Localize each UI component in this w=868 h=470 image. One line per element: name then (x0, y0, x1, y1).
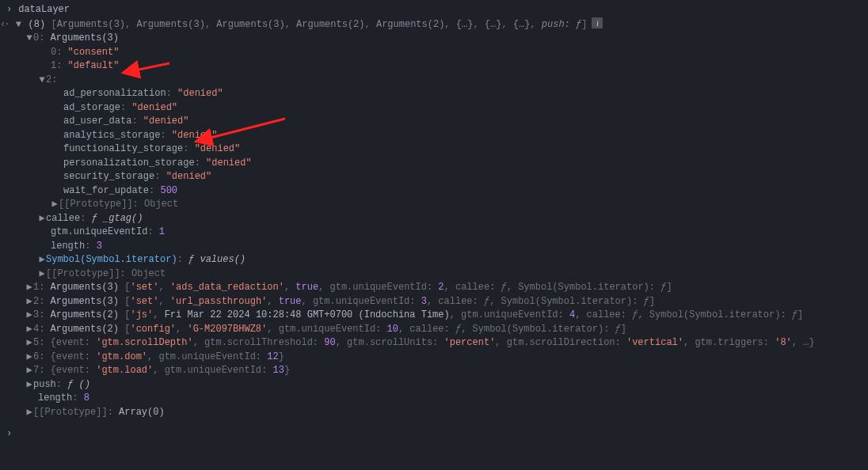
expand-arrow-icon[interactable]: ▶ (25, 336, 33, 351)
length: length: 8 (0, 392, 868, 406)
expand-arrow-icon[interactable]: ▶ (25, 323, 33, 337)
iter[interactable]: ▶Symbol(Symbol.iterator): ƒ values() (0, 253, 868, 267)
row-2[interactable]: ▶2: Arguments(3) ['set', 'url_passthroug… (0, 295, 868, 309)
expand-arrow-icon[interactable]: ▶ (25, 364, 33, 378)
val-functionality_storage: "denied" (195, 143, 241, 154)
console-prompt-icon[interactable]: › (6, 428, 12, 439)
obj2-functionality_storage: functionality_storage: "denied" (0, 142, 868, 157)
expand-arrow-icon[interactable]: ▼ (14, 18, 22, 32)
expand-arrow-icon[interactable]: ▶ (25, 406, 33, 420)
expand-arrow-icon[interactable]: ▶ (38, 212, 46, 226)
obj2-ad_user_data: ad_user_data: "denied" (0, 115, 868, 129)
row-1[interactable]: ▶1: Arguments(3) ['set', 'ads_data_redac… (0, 281, 868, 295)
args-type: Arguments(3) (51, 32, 119, 44)
consent-value: "consent" (68, 47, 120, 58)
row-7[interactable]: ▶7: {event: 'gtm.load', gtm.uniqueEventI… (0, 364, 868, 378)
obj2-wait_for_update: wait_for_update: 500 (0, 184, 868, 199)
cmd-row: ›dataLayer (0, 3, 868, 17)
iter-fn: ƒ values() (188, 254, 246, 265)
val-ad_storage: "denied" (131, 102, 177, 113)
row-3[interactable]: ▶3: Arguments(2) ['js', Fri Mar 22 2024 … (0, 309, 868, 323)
expand-arrow-icon[interactable]: ▼ (25, 32, 33, 46)
args-proto: [[Prototype]]: Object (46, 268, 166, 279)
uid: 1 (159, 226, 165, 237)
push[interactable]: ▶push: ƒ () (0, 378, 868, 392)
prop-security_storage: security_storage (63, 171, 154, 182)
args-length: length: 3 (0, 240, 868, 254)
expand-arrow-icon[interactable]: ▼ (38, 74, 46, 88)
prop-analytics_storage: analytics_storage (63, 130, 160, 141)
row-5[interactable]: ▶5: {event: 'gtm.scrollDepth', gtm.scrol… (0, 336, 868, 351)
prop-ad_storage: ad_storage (63, 102, 120, 113)
val-analytics_storage: "denied" (172, 130, 218, 141)
array-proto[interactable]: ▶[[Prototype]]: Array(0) (0, 406, 868, 420)
val-ad_personalization: "denied" (177, 88, 223, 99)
expand-arrow-icon[interactable]: ▶ (38, 267, 46, 282)
val-wait_for_update: 500 (160, 185, 177, 196)
expand-arrow-icon[interactable]: ▶ (25, 295, 33, 309)
obj2-analytics_storage: analytics_storage: "denied" (0, 129, 868, 143)
callee[interactable]: ▶callee: ƒ _gtag() (0, 212, 868, 226)
proto-val: Array(0) (119, 407, 165, 418)
expand-arrow-icon[interactable]: ▶ (25, 309, 33, 323)
console-prompt-icon: › (6, 4, 12, 15)
default-value: "default" (68, 60, 120, 71)
array-length-val: 8 (84, 392, 89, 404)
row-4[interactable]: ▶4: Arguments(2) ['config', 'G-M2097BHWZ… (0, 323, 868, 337)
item-0-0: 0: "consent" (0, 46, 868, 60)
push-fn: ƒ () (67, 379, 90, 390)
expand-arrow-icon[interactable]: ▶ (38, 253, 46, 267)
callee-fn: ƒ _gtag() (92, 213, 143, 224)
obj2-ad_storage: ad_storage: "denied" (0, 101, 868, 116)
prop-wait_for_update: wait_for_update (63, 185, 149, 196)
args-proto[interactable]: ▶[[Prototype]]: Object (0, 267, 868, 282)
prop-ad_personalization: ad_personalization (63, 88, 166, 99)
expand-arrow-icon[interactable]: ▶ (25, 281, 33, 295)
expand-arrow-icon[interactable]: ▶ (25, 351, 33, 365)
obj2-personalization_storage: personalization_storage: "denied" (0, 157, 868, 171)
row-6[interactable]: ▶6: {event: 'gtm.dom', gtm.uniqueEventId… (0, 351, 868, 365)
proto-obj2: [[Prototype]]: Object (59, 199, 178, 210)
result-summary[interactable]: ‹·▼ (8) [Arguments(3), Arguments(3), Arg… (0, 17, 868, 32)
obj2-security_storage: security_storage: "denied" (0, 170, 868, 184)
expand-arrow-icon[interactable]: ▶ (25, 378, 33, 392)
result-icon: ‹· (0, 19, 8, 30)
uid: gtm.uniqueEventId: 1 (0, 226, 868, 240)
info-icon[interactable]: i (592, 17, 603, 28)
item-0[interactable]: ▼0: Arguments(3) (0, 32, 868, 46)
prop-personalization_storage: personalization_storage (63, 157, 195, 169)
prop-ad_user_data: ad_user_data (63, 116, 131, 127)
array-length: (8) (22, 19, 51, 30)
obj2-proto[interactable]: ▶[[Prototype]]: Object (0, 198, 868, 212)
cmd-text: dataLayer (18, 4, 70, 15)
args-length: 3 (97, 241, 102, 252)
obj2-ad_personalization: ad_personalization: "denied" (0, 87, 868, 101)
item-0-2[interactable]: ▼2: (0, 74, 868, 88)
expand-arrow-icon[interactable]: ▶ (51, 198, 59, 212)
prop-functionality_storage: functionality_storage (63, 143, 183, 154)
val-security_storage: "denied" (166, 171, 212, 182)
prompt[interactable]: › (0, 427, 868, 442)
val-ad_user_data: "denied" (143, 116, 189, 127)
item-0-1: 1: "default" (0, 59, 868, 74)
val-personalization_storage: "denied" (206, 157, 252, 169)
